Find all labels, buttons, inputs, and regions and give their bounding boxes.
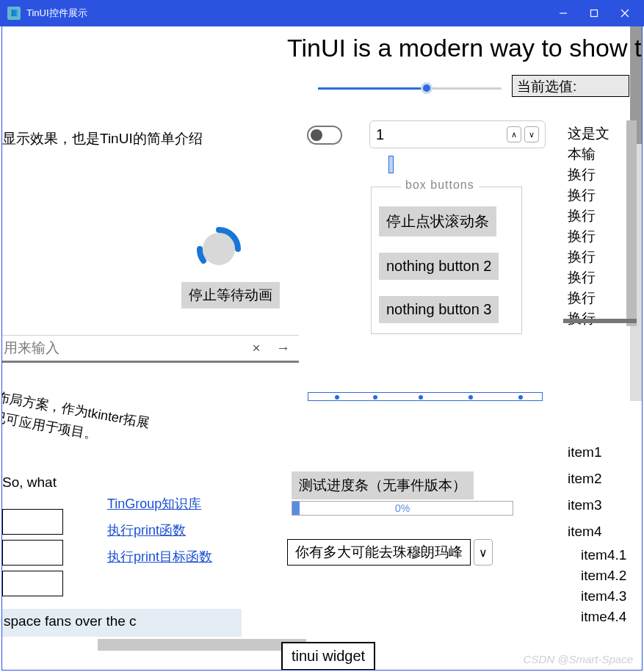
number-spinner[interactable]: 1 ∧ ∨ xyxy=(369,120,546,148)
dot xyxy=(419,395,423,400)
tree-item[interactable]: item3 xyxy=(568,492,626,519)
app-icon: 📘 xyxy=(7,7,21,20)
page-title: TinUI is a modern way to show t xyxy=(287,34,641,62)
dot xyxy=(373,395,377,400)
text-area[interactable]: 这是文本输 换行 换行 换行 换行 换行 换行 换行 换行 xyxy=(563,120,637,326)
nothing-button-3[interactable]: nothing button 3 xyxy=(379,296,499,323)
tree-item[interactable]: item4 xyxy=(568,519,626,545)
tree-subitem[interactable]: item4.2 xyxy=(581,566,626,586)
link-print-func[interactable]: 执行print函数 xyxy=(107,521,212,539)
stop-wait-button[interactable]: 停止等待动画 xyxy=(181,282,280,308)
empty-box[interactable] xyxy=(2,571,63,596)
watermark: CSDN @Smart-Space xyxy=(524,653,633,665)
combobox-value: 你有多大可能去珠穆朗玛峰 xyxy=(287,539,471,566)
nothing-button-2[interactable]: nothing button 2 xyxy=(379,253,499,280)
link-print-target-func[interactable]: 执行print目标函数 xyxy=(107,548,212,566)
combobox-dropdown-button[interactable]: ∨ xyxy=(474,539,493,566)
horizontal-scrollbar[interactable] xyxy=(98,639,306,651)
intro-text: 显示效果，也是TinUI的简单介绍 xyxy=(2,129,203,148)
minimize-button[interactable] xyxy=(559,9,568,18)
wait-spinner xyxy=(196,226,242,272)
progress-bar: 0% xyxy=(292,501,513,516)
svg-point-4 xyxy=(203,233,235,265)
text-line: 这是文本输 xyxy=(568,123,622,165)
tree-subitem[interactable]: item4.3 xyxy=(581,586,626,607)
text-line: 换行 xyxy=(568,165,622,185)
empty-box[interactable] xyxy=(2,509,63,535)
links-column: TinGroup知识库 执行print函数 执行print目标函数 xyxy=(107,495,212,574)
text-line: 换行 xyxy=(568,206,622,226)
empty-box[interactable] xyxy=(2,540,63,566)
dot xyxy=(468,395,473,400)
spinner-up-button[interactable]: ∧ xyxy=(507,126,521,142)
entry-placeholder: 用来输入 xyxy=(4,339,59,358)
textbox-bottom-border xyxy=(563,319,637,323)
svg-rect-1 xyxy=(591,10,598,17)
text-line: 换行 xyxy=(568,267,622,288)
toggle-switch[interactable] xyxy=(307,126,342,145)
text-line: 换行 xyxy=(568,247,622,267)
close-button[interactable] xyxy=(621,9,629,18)
stop-dot-scroll-button[interactable]: 停止点状滚动条 xyxy=(379,206,496,236)
combobox[interactable]: 你有多大可能去珠穆朗玛峰 ∨ xyxy=(287,539,493,566)
spinner-value: 1 xyxy=(376,126,507,143)
entry-input[interactable]: 用来输入 × → xyxy=(2,335,299,363)
toggle-thumb xyxy=(311,129,322,141)
progress-percent: 0% xyxy=(395,502,410,514)
dot-scroll-bar xyxy=(308,392,543,401)
text-line: 换行 xyxy=(568,308,622,326)
spinner-down-button[interactable]: ∨ xyxy=(524,126,539,142)
tree-subitem[interactable]: item4.1 xyxy=(581,545,626,566)
text-line: 换行 xyxy=(568,226,622,247)
marquee-text: space fans over the c xyxy=(2,609,242,637)
slider-thumb[interactable] xyxy=(421,82,433,94)
titlebar: 📘 TinUI控件展示 xyxy=(0,0,644,26)
progress-label: 测试进度条（无事件版本） xyxy=(292,472,474,499)
text-line: 换行 xyxy=(568,185,622,206)
tree-item[interactable]: item2 xyxy=(568,466,626,492)
content-area: TinUI is a modern way to show t 当前选值: 显示… xyxy=(1,26,643,671)
bottom-tag: tinui widget xyxy=(281,642,375,671)
clear-icon[interactable]: × xyxy=(253,340,261,355)
progress-fill xyxy=(292,502,300,515)
slider[interactable] xyxy=(318,79,502,97)
treeview[interactable]: item1 item2 item3 item4 item4.1 item4.2 … xyxy=(568,439,626,627)
dot xyxy=(518,395,523,400)
maximize-button[interactable] xyxy=(590,9,598,18)
text-line: 换行 xyxy=(568,288,622,308)
submit-arrow-icon[interactable]: → xyxy=(276,340,290,355)
button-box-legend: box buttons xyxy=(401,178,479,192)
tree-item[interactable]: item1 xyxy=(568,439,626,466)
rotated-label: 布局方案，作为tkinter拓展 已可应用于项目。 xyxy=(1,386,151,454)
tree-subitem[interactable]: itme4.4 xyxy=(581,607,626,627)
window-title: TinUI控件展示 xyxy=(26,7,559,20)
checkbox-column xyxy=(2,509,63,601)
dot xyxy=(335,395,339,400)
link-tingroup[interactable]: TinGroup知识库 xyxy=(107,495,212,513)
so-what-label: So, what xyxy=(2,474,57,491)
slider-fill xyxy=(318,87,424,90)
slider-value-label: 当前选值: xyxy=(512,75,629,97)
button-box: box buttons 停止点状滚动条 nothing button 2 not… xyxy=(371,187,522,334)
info-caret xyxy=(388,156,394,173)
